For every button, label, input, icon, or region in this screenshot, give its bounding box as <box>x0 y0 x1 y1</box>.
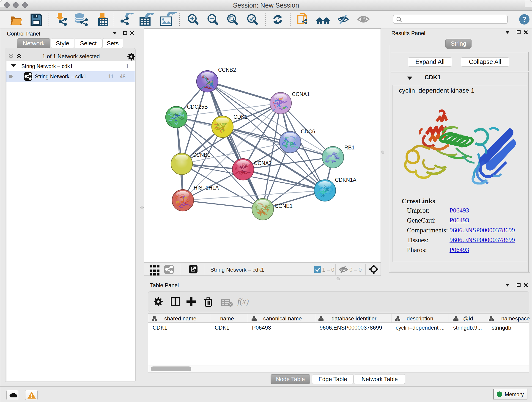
svg-text:CCNE1: CCNE1 <box>275 203 293 209</box>
svg-text:RB1: RB1 <box>344 145 355 151</box>
svg-text:HIST1H1A: HIST1H1A <box>194 185 219 191</box>
svg-text:CCNA2: CCNA2 <box>254 160 272 166</box>
svg-text:CCNB2: CCNB2 <box>218 67 236 73</box>
svg-text:CDKN1A: CDKN1A <box>335 177 356 183</box>
svg-text:CDK1: CDK1 <box>234 114 247 120</box>
svg-text:CDC25B: CDC25B <box>187 104 208 110</box>
svg-text:CDC6: CDC6 <box>301 128 315 134</box>
svg-text:CCNA1: CCNA1 <box>292 91 310 97</box>
svg-text:CCNB1: CCNB1 <box>192 152 210 158</box>
